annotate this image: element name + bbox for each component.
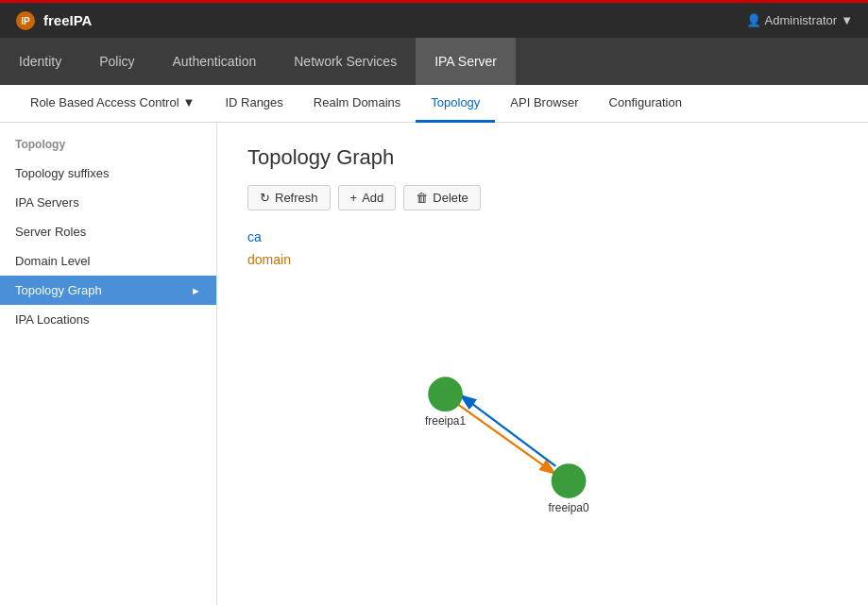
sidebar-section-label: Topology [0, 130, 216, 159]
toolbar: ↻ Refresh + Add 🗑 Delete [247, 185, 838, 210]
main-layout: Topology Topology suffixes IPA Servers S… [0, 123, 868, 605]
user-icon: 👤 [746, 13, 761, 27]
delete-icon: 🗑 [416, 191, 428, 205]
subnav-topology[interactable]: Topology [416, 85, 495, 123]
top-bar: IP freeIPA 👤 Administrator ▼ [0, 0, 868, 38]
subnav-configuration[interactable]: Configuration [594, 85, 697, 123]
add-button[interactable]: + Add [338, 185, 397, 210]
nav-network-services[interactable]: Network Services [275, 38, 416, 85]
svg-text:IP: IP [21, 16, 30, 26]
edge-blue [463, 396, 555, 466]
sidebar-item-topology-suffixes[interactable]: Topology suffixes [0, 159, 216, 188]
delete-button[interactable]: 🗑 Delete [403, 185, 481, 210]
suffix-ca[interactable]: ca [247, 229, 838, 244]
suffix-links: ca domain [247, 229, 838, 267]
sidebar-item-domain-level[interactable]: Domain Level [0, 246, 216, 276]
app-logo-icon: IP [15, 10, 36, 31]
main-content: Topology Graph ↻ Refresh + Add 🗑 Delete … [217, 123, 868, 605]
sidebar-item-topology-graph[interactable]: Topology Graph ► [0, 276, 216, 305]
page-title: Topology Graph [247, 145, 838, 170]
sub-nav: Role Based Access Control ▼ ID Ranges Re… [0, 85, 868, 123]
add-icon: + [350, 191, 358, 205]
app-logo-area: IP freeIPA [15, 10, 92, 31]
edge-orange [456, 403, 553, 473]
sidebar-item-server-roles[interactable]: Server Roles [0, 217, 216, 246]
nav-authentication[interactable]: Authentication [154, 38, 276, 85]
nav-ipa-server[interactable]: IPA Server [416, 38, 516, 85]
chevron-right-icon: ► [191, 285, 201, 296]
user-dropdown-icon: ▼ [841, 13, 853, 27]
nav-identity[interactable]: Identity [0, 38, 80, 85]
node-label-freeipa0: freeipa0 [549, 501, 590, 514]
node-freeipa0[interactable] [552, 463, 587, 498]
suffix-domain[interactable]: domain [247, 252, 838, 267]
sidebar-item-ipa-locations[interactable]: IPA Locations [0, 305, 216, 334]
subnav-realm-domains[interactable]: Realm Domains [298, 85, 416, 123]
subnav-id-ranges[interactable]: ID Ranges [210, 85, 298, 123]
rbac-dropdown-icon: ▼ [183, 95, 196, 109]
main-nav: Identity Policy Authentication Network S… [0, 38, 868, 85]
sidebar: Topology Topology suffixes IPA Servers S… [0, 123, 217, 605]
graph-svg: freeipa1 freeipa0 [247, 290, 838, 605]
node-freeipa1[interactable] [428, 377, 463, 412]
refresh-icon: ↻ [260, 191, 270, 205]
topology-graph: freeipa1 freeipa0 [247, 290, 838, 605]
app-name: freeIPA [43, 12, 92, 28]
subnav-rbac[interactable]: Role Based Access Control ▼ [15, 85, 210, 123]
username: Administrator [765, 13, 838, 27]
node-label-freeipa1: freeipa1 [425, 414, 467, 428]
refresh-button[interactable]: ↻ Refresh [247, 185, 331, 210]
nav-policy[interactable]: Policy [80, 38, 153, 85]
sidebar-item-ipa-servers[interactable]: IPA Servers [0, 188, 216, 217]
user-menu[interactable]: 👤 Administrator ▼ [746, 13, 853, 27]
subnav-api-browser[interactable]: API Browser [495, 85, 593, 123]
